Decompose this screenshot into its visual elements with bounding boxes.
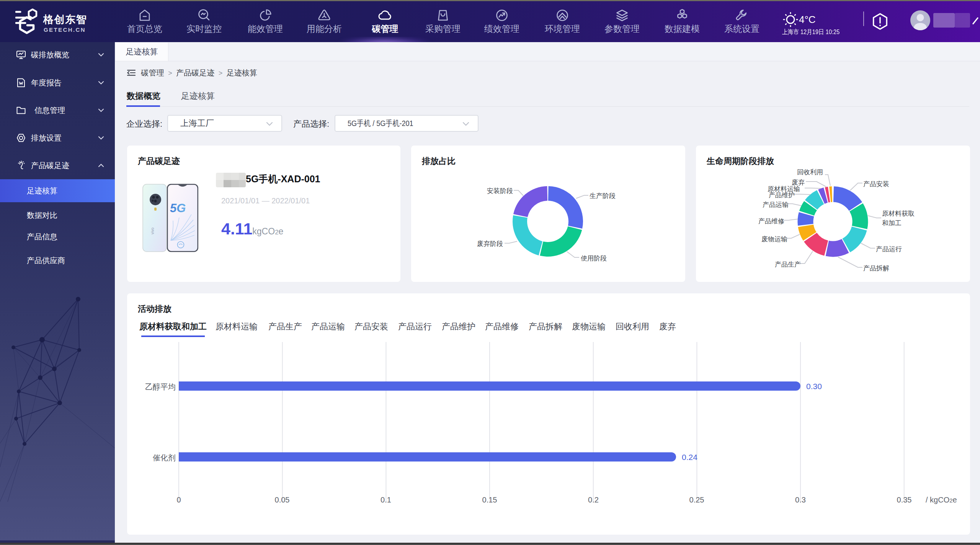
svg-text:vivo: vivo	[150, 227, 155, 234]
svg-text:5G: 5G	[170, 201, 186, 215]
